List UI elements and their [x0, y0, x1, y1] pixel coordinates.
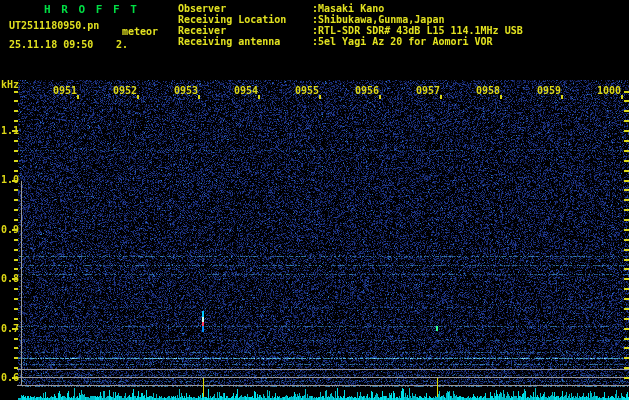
x-tick-label: 0953	[172, 85, 198, 96]
y-tick-label: 0.8	[1, 273, 19, 284]
field-label: Observer	[178, 3, 226, 14]
x-tick-label: 1000	[595, 85, 621, 96]
y-tick-label: 0.6	[1, 372, 19, 383]
app-title: H R O F F T	[44, 3, 139, 16]
filename-label: UT2511180950.pn	[9, 20, 99, 31]
field-label: Receiver	[178, 25, 226, 36]
y-tick-label: 1.0	[1, 174, 19, 185]
x-tick-label: 0951	[51, 85, 77, 96]
hrofft-screen: H R O F F T UT2511180950.pn meteor 25.11…	[0, 0, 629, 400]
x-tick-label: 0959	[535, 85, 561, 96]
counter-label: 2.	[116, 39, 128, 50]
x-tick-label: 0952	[111, 85, 137, 96]
field-value: :Shibukawa,Gunma,Japan	[312, 14, 444, 25]
field-label: Receiving Location	[178, 14, 286, 25]
y-tick-label: 1.1	[1, 125, 19, 136]
field-value: :Masaki Kano	[312, 3, 384, 14]
x-tick-label: 0955	[293, 85, 319, 96]
x-tick-label: 0954	[232, 85, 258, 96]
datetime-label: 25.11.18 09:50	[9, 39, 93, 50]
field-value: :5el Yagi Az 20 for Aomori VOR	[312, 36, 493, 47]
y-axis-unit-label: kHz	[1, 79, 19, 90]
y-tick-label: 0.9	[1, 224, 19, 235]
x-tick-label: 0957	[414, 85, 440, 96]
meteor-label: meteor	[122, 26, 158, 37]
x-tick-label: 0958	[474, 85, 500, 96]
x-tick-label: 0956	[353, 85, 379, 96]
field-value: :RTL-SDR SDR# 43dB L15 114.1MHz USB	[312, 25, 523, 36]
field-label: Receiving antenna	[178, 36, 280, 47]
spectrogram-canvas	[0, 0, 629, 400]
y-tick-label: 0.7	[1, 323, 19, 334]
